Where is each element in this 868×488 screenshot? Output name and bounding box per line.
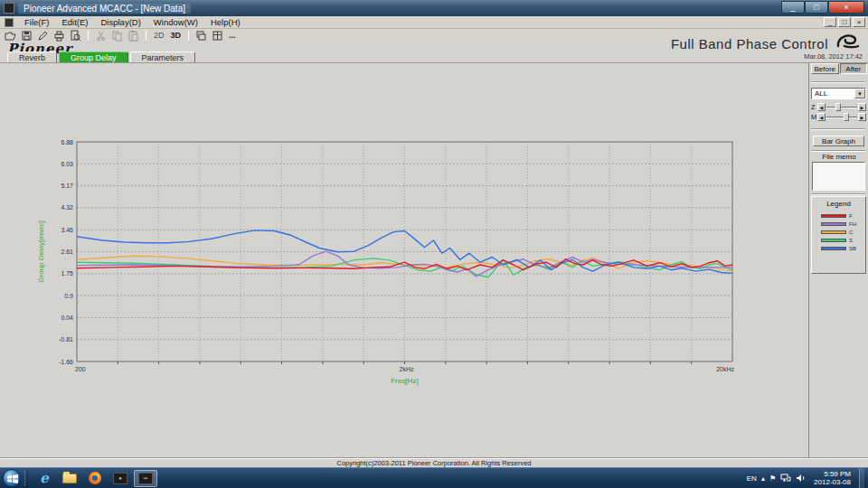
control-panel: Before After ALL ▼ Z ◀ ▶ M ◀ ▶ Bar Graph… [808, 63, 868, 457]
zoom-slider-label: Z [811, 103, 817, 111]
taskbar-clock[interactable]: 5:59 PM 2012-03-08 [810, 470, 854, 486]
panel-divider [811, 193, 865, 195]
main-content: 6.886.035.174.323.462.611.750.90.04-0.81… [0, 63, 868, 457]
group-delay-chart: 6.886.035.174.323.462.611.750.90.04-0.81… [36, 134, 787, 396]
before-button[interactable]: Before [811, 63, 839, 74]
copyright-text: Copyright(c)2003-2011 Pioneer Corporatio… [337, 459, 532, 467]
svg-text:3.46: 3.46 [61, 227, 73, 233]
legend-label: FH [849, 221, 856, 227]
app-shortcut-icon[interactable]: ● [108, 470, 132, 487]
file-explorer-icon[interactable] [58, 470, 81, 487]
legend-swatch [821, 247, 846, 250]
document-icon [5, 18, 14, 27]
clock-date: 2012-03-08 [814, 478, 851, 486]
legend-label: SB [849, 246, 856, 251]
svg-text:-1.66: -1.66 [59, 359, 73, 365]
view-2d-button[interactable]: 2D [152, 31, 166, 40]
action-center-flag-icon[interactable]: ⚑ [769, 474, 776, 483]
mdi-restore-button[interactable]: □ [838, 17, 851, 27]
legend-item-s: S [812, 236, 865, 244]
mdi-close-button[interactable]: × [853, 17, 865, 27]
mdi-minimize-button[interactable]: _ [824, 17, 836, 27]
slider-left-arrow-icon[interactable]: ◀ [817, 103, 826, 111]
slider-right-arrow-icon[interactable]: ▶ [858, 113, 866, 121]
legend-item-c: C [812, 228, 865, 236]
status-bar: Copyright(c)2003-2011 Pioneer Corporatio… [0, 457, 868, 467]
taskbar: e ● ▪▪ EN ▴ ⚑ 5:59 PM 2012-03-08 [0, 467, 868, 488]
legend-item-sb: SB [812, 244, 865, 252]
toolbar-separator [146, 31, 146, 41]
network-icon[interactable] [780, 470, 791, 486]
legend-item-f: F [812, 211, 865, 220]
channel-select[interactable]: ALL ▼ [811, 88, 866, 99]
panel-divider [811, 81, 865, 83]
minimize-button[interactable]: _ [781, 1, 805, 14]
window-title: Pioneer Advanced MCACC - [New Data] [18, 4, 191, 14]
series-C [77, 256, 732, 271]
maximize-button[interactable]: □ [805, 1, 828, 14]
slider-right-arrow-icon[interactable]: ▶ [858, 103, 866, 111]
toolbar-separator [88, 31, 89, 41]
move-slider-row: M ◀ ▶ [811, 112, 866, 121]
toolbar-separator [188, 31, 189, 41]
svg-text:0.9: 0.9 [64, 293, 73, 299]
volume-icon[interactable] [796, 470, 806, 486]
mcacc-app-icon[interactable]: ▪▪ [134, 470, 157, 487]
menu-help[interactable]: Help(H) [204, 17, 247, 27]
svg-text:5.17: 5.17 [61, 183, 73, 189]
show-hidden-icons[interactable]: ▴ [761, 474, 765, 483]
more-tools-button[interactable]: ... [227, 31, 238, 40]
move-slider-thumb[interactable] [844, 113, 849, 121]
menu-bar: File(F) Edit(E) Display(D) Window(W) Hel… [0, 16, 868, 29]
legend-swatch [821, 239, 846, 242]
language-indicator[interactable]: EN [747, 474, 757, 483]
menu-edit[interactable]: Edit(E) [55, 17, 94, 27]
bar-graph-button[interactable]: Bar Graph [813, 136, 864, 146]
start-button[interactable] [3, 469, 21, 487]
legend-swatch [821, 230, 846, 234]
svg-text:0.04: 0.04 [61, 314, 73, 321]
legend-swatch [821, 222, 846, 226]
zoom-slider-thumb[interactable] [835, 103, 841, 111]
panel-divider [811, 128, 865, 130]
svg-text:-0.81: -0.81 [59, 336, 73, 343]
page-title: Full Band Phase Control [671, 36, 828, 52]
menu-file[interactable]: File(F) [18, 17, 55, 27]
close-button[interactable]: × [828, 1, 864, 14]
move-slider-track[interactable] [826, 113, 857, 121]
svg-text:200: 200 [75, 366, 86, 372]
app-icon [4, 3, 14, 14]
show-desktop-button[interactable] [859, 468, 864, 488]
phase-control-swirl-icon [835, 33, 859, 54]
svg-text:6.03: 6.03 [61, 161, 73, 167]
menu-display[interactable]: Display(D) [95, 17, 147, 27]
internet-explorer-icon[interactable]: e [33, 470, 56, 487]
taskbar-grip [24, 471, 28, 485]
svg-text:2kHz: 2kHz [400, 366, 414, 372]
file-memo-input[interactable] [812, 162, 865, 191]
legend-label: F [849, 213, 853, 219]
after-button[interactable]: After [840, 63, 868, 74]
view-3d-button[interactable]: 3D [169, 31, 184, 40]
svg-text:2.61: 2.61 [61, 249, 73, 255]
title-bar: Pioneer Advanced MCACC - [New Data] _ □ … [0, 0, 868, 16]
chart-svg: 6.886.035.174.323.462.611.750.90.04-0.81… [36, 134, 787, 396]
zoom-slider-row: Z ◀ ▶ [811, 102, 866, 111]
legend-label: S [849, 238, 853, 243]
firefox-icon[interactable] [83, 470, 107, 487]
menu-window[interactable]: Window(W) [147, 17, 204, 27]
chevron-down-icon[interactable]: ▼ [854, 89, 865, 99]
timestamp: Mar.08, 2012 17:42 [804, 52, 863, 61]
svg-text:4.32: 4.32 [61, 204, 73, 211]
legend-item-fh: FH [812, 220, 865, 228]
svg-text:1.75: 1.75 [61, 270, 73, 277]
clock-time: 5:59 PM [814, 470, 851, 478]
svg-text:Group Delay[msec]: Group Delay[msec] [37, 221, 45, 282]
panel-divider [811, 150, 865, 152]
svg-text:Freq[Hz]: Freq[Hz] [391, 377, 419, 385]
svg-text:6.88: 6.88 [61, 139, 73, 145]
legend-label: C [849, 230, 853, 235]
brand-row: Pioneer Full Band Phase Control Mar.08, … [0, 40, 868, 52]
zoom-slider-track[interactable] [826, 103, 857, 111]
slider-left-arrow-icon[interactable]: ◀ [817, 113, 826, 121]
